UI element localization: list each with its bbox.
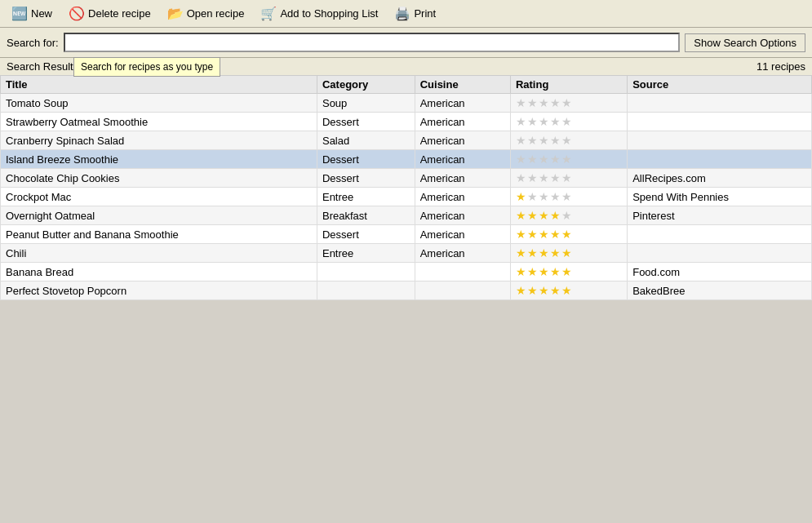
rating-stars: ★★★★★ [516,284,573,297]
print-button[interactable]: 🖨️ Print [388,3,442,24]
cell-cuisine [415,263,510,281]
shopping-label: Add to Shopping List [280,7,378,20]
cell-rating: ★★★★★ [510,188,627,206]
cell-title: Cranberry Spinach Salad [1,131,317,150]
rating-stars: ★★★★★ [516,171,573,184]
star-filled-icon: ★ [527,284,539,297]
table-row[interactable]: Perfect Stovetop Popcorn★★★★★BakedBree [1,281,812,300]
cell-category: Soup [317,94,415,113]
star-filled-icon: ★ [539,209,550,222]
star-empty-icon: ★ [550,190,561,203]
table-row[interactable]: Overnight OatmealBreakfastAmerican★★★★★P… [1,206,812,225]
table-row[interactable]: Cranberry Spinach SaladSaladAmerican★★★★… [1,131,812,150]
cell-title: Perfect Stovetop Popcorn [1,281,317,300]
star-filled-icon: ★ [561,265,573,278]
star-empty-icon: ★ [561,134,573,147]
show-search-options-button[interactable]: Show Search Options [685,33,805,52]
cell-category: Dessert [317,225,415,244]
results-label: Search Results [7,60,78,73]
star-filled-icon: ★ [539,246,550,259]
star-empty-icon: ★ [527,134,539,147]
shopping-button[interactable]: 🛒 Add to Shopping List [254,3,384,24]
star-filled-icon: ★ [550,228,561,241]
recipe-tbody: Tomato SoupSoupAmerican★★★★★Strawberry O… [1,94,812,300]
cell-source [628,225,812,244]
table-row[interactable]: Peanut Butter and Banana SmoothieDessert… [1,225,812,244]
open-button[interactable]: 📂 Open recipe [161,3,251,24]
star-filled-icon: ★ [516,284,527,297]
cell-rating: ★★★★★ [510,113,627,131]
table-wrapper: Title Category Cuisine Rating Source Tom… [0,75,812,300]
rating-stars: ★★★★★ [516,115,573,128]
cell-title: Peanut Butter and Banana Smoothie [1,225,317,244]
open-label: Open recipe [187,7,245,20]
cell-title: Tomato Soup [1,94,317,113]
col-source: Source [628,76,812,94]
cell-category: Entree [317,244,415,263]
cell-cuisine: American [415,206,510,225]
star-filled-icon: ★ [527,265,539,278]
star-filled-icon: ★ [516,209,527,222]
cell-title: Chili [1,244,317,263]
print-icon: 🖨️ [394,6,410,21]
table-row[interactable]: ChiliEntreeAmerican★★★★★ [1,244,812,263]
cell-cuisine: American [415,131,510,150]
star-empty-icon: ★ [527,115,539,128]
star-filled-icon: ★ [527,209,539,222]
table-row[interactable]: Crockpot MacEntreeAmerican★★★★★Spend Wit… [1,188,812,206]
star-filled-icon: ★ [539,284,550,297]
star-filled-icon: ★ [516,228,527,241]
rating-stars: ★★★★★ [516,190,573,203]
star-filled-icon: ★ [527,246,539,259]
star-empty-icon: ★ [516,96,527,109]
cell-cuisine: American [415,244,510,263]
col-category: Category [317,76,415,94]
star-empty-icon: ★ [561,153,573,166]
cell-source [628,150,812,169]
cell-source [628,131,812,150]
table-row[interactable]: Banana Bread★★★★★Food.com [1,263,812,281]
new-label: New [31,7,52,20]
cell-category [317,281,415,300]
star-empty-icon: ★ [561,209,573,222]
cell-category: Dessert [317,150,415,169]
col-title: Title [1,76,317,94]
star-empty-icon: ★ [561,96,573,109]
cell-source [628,244,812,263]
star-empty-icon: ★ [539,171,550,184]
delete-icon: 🚫 [69,6,85,21]
star-empty-icon: ★ [516,134,527,147]
star-filled-icon: ★ [550,284,561,297]
star-empty-icon: ★ [527,96,539,109]
cell-title: Strawberry Oatmeal Smoothie [1,113,317,131]
star-empty-icon: ★ [516,115,527,128]
cell-title: Island Breeze Smoothie [1,150,317,169]
cell-category: Dessert [317,169,415,188]
table-row[interactable]: Island Breeze SmoothieDessertAmerican★★★… [1,150,812,169]
star-filled-icon: ★ [539,265,550,278]
star-empty-icon: ★ [527,171,539,184]
delete-button[interactable]: 🚫 Delete recipe [62,3,158,24]
star-empty-icon: ★ [561,115,573,128]
star-empty-icon: ★ [539,96,550,109]
open-icon: 📂 [167,6,184,21]
table-row[interactable]: Tomato SoupSoupAmerican★★★★★ [1,94,812,113]
star-filled-icon: ★ [550,265,561,278]
cell-cuisine [415,281,510,300]
rating-stars: ★★★★★ [516,134,573,147]
cell-title: Overnight Oatmeal [1,206,317,225]
new-button[interactable]: 🆕 New [5,3,59,24]
col-cuisine: Cuisine [415,76,510,94]
search-input[interactable] [64,33,681,52]
star-filled-icon: ★ [527,228,539,241]
table-row[interactable]: Chocolate Chip CookiesDessertAmerican★★★… [1,169,812,188]
star-filled-icon: ★ [561,228,573,241]
print-label: Print [414,7,436,20]
cell-source: BakedBree [628,281,812,300]
cell-cuisine: American [415,169,510,188]
star-empty-icon: ★ [539,190,550,203]
table-row[interactable]: Strawberry Oatmeal SmoothieDessertAmeric… [1,113,812,131]
cell-cuisine: American [415,113,510,131]
star-empty-icon: ★ [561,190,573,203]
star-empty-icon: ★ [527,190,539,203]
